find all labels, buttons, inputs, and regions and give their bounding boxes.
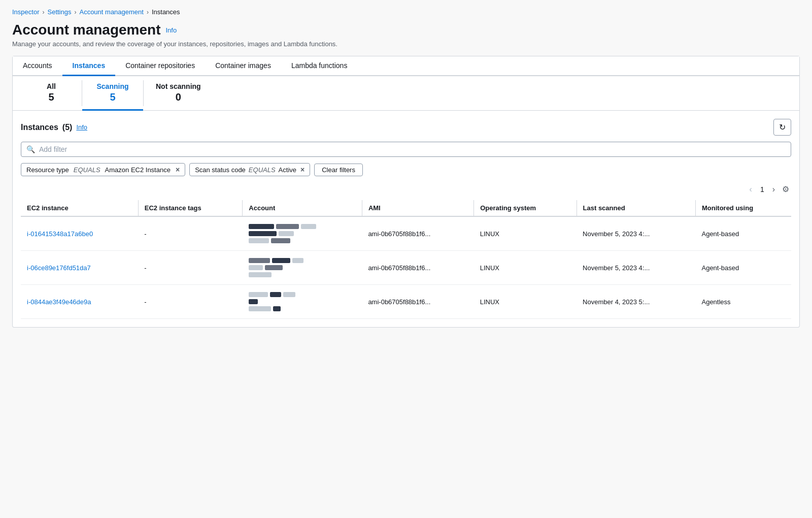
table-settings-button[interactable]: ⚙ <box>780 182 791 196</box>
refresh-icon: ↻ <box>779 122 786 132</box>
cell-monitored: Agentless <box>695 285 791 319</box>
page-title: Account management <box>12 22 161 38</box>
breadcrumb-account-management[interactable]: Account management <box>79 8 143 16</box>
col-account[interactable]: Account <box>243 200 362 216</box>
main-card: All 5 Scanning 5 Not scanning 0 Instance… <box>12 76 800 328</box>
breadcrumb: Inspector › Settings › Account managemen… <box>12 8 800 16</box>
cell-tags: - <box>138 285 243 319</box>
col-last-scanned[interactable]: Last scanned <box>577 200 695 216</box>
prev-page-button[interactable]: ‹ <box>748 183 754 196</box>
tab-accounts[interactable]: Accounts <box>13 56 62 76</box>
prev-page-icon: ‹ <box>750 185 752 193</box>
cell-ami: ami-0b6705f88b1f6... <box>362 216 473 251</box>
filter-tag-scan-status-key: Scan status code <box>195 166 246 174</box>
col-ami[interactable]: AMI <box>362 200 473 216</box>
top-tabs: Accounts Instances Container repositorie… <box>13 56 799 76</box>
settings-icon: ⚙ <box>782 185 789 193</box>
cell-tags: - <box>138 251 243 285</box>
search-icon: 🔍 <box>26 145 35 153</box>
cell-account <box>243 285 362 319</box>
active-filters: Resource type EQUALS Amazon EC2 Instance… <box>21 163 791 176</box>
instance-id-link[interactable]: i-016415348a17a6be0 <box>27 230 93 238</box>
breadcrumb-settings[interactable]: Settings <box>47 8 71 16</box>
tab-lambda-functions[interactable]: Lambda functions <box>281 56 358 76</box>
subtab-scanning[interactable]: Scanning 5 <box>82 76 143 111</box>
table-title-text: Instances <box>21 123 58 132</box>
table-row: i-0844ae3f49e46de9a - ami-0b6705f88b1f6.… <box>21 285 791 319</box>
subtab-not-scanning[interactable]: Not scanning 0 <box>144 76 213 111</box>
page-subtitle: Manage your accounts, and review the cov… <box>12 40 800 48</box>
instance-id-link[interactable]: i-0844ae3f49e46de9a <box>27 298 91 306</box>
table-title-count: (5) <box>62 123 73 132</box>
tab-container-images[interactable]: Container images <box>205 56 281 76</box>
breadcrumb-inspector[interactable]: Inspector <box>12 8 39 16</box>
search-input[interactable] <box>39 145 786 153</box>
cell-account <box>243 251 362 285</box>
cell-os: LINUX <box>474 285 577 319</box>
breadcrumb-current: Instances <box>152 8 180 16</box>
filter-tag-rt-val: Amazon EC2 Instance <box>105 166 171 174</box>
cell-monitored: Agent-based <box>695 216 791 251</box>
breadcrumb-sep-2: › <box>74 9 76 16</box>
page-wrapper: Inspector › Settings › Account managemen… <box>0 0 812 518</box>
table-row: i-06ce89e176fd51da7 - ami-0b6705f88b1f6.… <box>21 251 791 285</box>
filter-tag-rt-close[interactable]: × <box>176 166 180 174</box>
filter-tag-rt-key: Resource type <box>26 166 69 174</box>
cell-monitored: Agent-based <box>695 251 791 285</box>
cell-ami: ami-0b6705f88b1f6... <box>362 285 473 319</box>
filter-tag-resource-type: Resource type EQUALS Amazon EC2 Instance… <box>21 163 185 176</box>
filter-tag-scan-status-close[interactable]: × <box>300 166 304 174</box>
col-monitored-using[interactable]: Monitored using <box>695 200 791 216</box>
subtab-all[interactable]: All 5 <box>21 76 82 111</box>
next-page-icon: › <box>772 185 775 193</box>
col-os[interactable]: Operating system <box>474 200 577 216</box>
instances-table: EC2 instance EC2 instance tags Account A… <box>21 200 791 319</box>
page-header: Account management Info Manage your acco… <box>12 22 800 48</box>
instance-id-link[interactable]: i-06ce89e176fd51da7 <box>27 264 91 272</box>
breadcrumb-sep-3: › <box>147 9 149 16</box>
sub-tabs: All 5 Scanning 5 Not scanning 0 <box>13 76 799 111</box>
page-info-link[interactable]: Info <box>166 26 177 34</box>
table-row: i-016415348a17a6be0 - ami-0b6705f88b1f6.… <box>21 216 791 251</box>
cell-tags: - <box>138 216 243 251</box>
cell-instance-id: i-016415348a17a6be0 <box>21 216 138 251</box>
tab-instances[interactable]: Instances <box>62 56 116 76</box>
breadcrumb-sep-1: › <box>42 9 44 16</box>
refresh-button[interactable]: ↻ <box>773 119 791 136</box>
cell-ami: ami-0b6705f88b1f6... <box>362 251 473 285</box>
cell-last-scanned: November 5, 2023 4:... <box>577 251 695 285</box>
filter-tag-scan-status-val: Active <box>279 166 296 174</box>
clear-filters-button[interactable]: Clear filters <box>314 164 363 176</box>
table-header-row: Instances (5) Info ↻ <box>21 119 791 136</box>
cell-account <box>243 216 362 251</box>
cell-os: LINUX <box>474 216 577 251</box>
pagination-row: ‹ 1 › ⚙ <box>21 182 791 196</box>
filter-tag-scan-status: Scan status code EQUALS Active × <box>189 163 310 176</box>
filter-bar[interactable]: 🔍 <box>21 142 791 157</box>
filter-tag-scan-status-op: EQUALS <box>249 166 276 174</box>
cell-last-scanned: November 4, 2023 5:... <box>577 285 695 319</box>
filter-tag-rt-op: EQUALS <box>74 166 100 174</box>
tab-container-repositories[interactable]: Container repositories <box>115 56 205 76</box>
table-section: Instances (5) Info ↻ 🔍 Resource type EQU… <box>13 111 799 327</box>
table-title: Instances (5) Info <box>21 123 87 132</box>
cell-os: LINUX <box>474 251 577 285</box>
next-page-button[interactable]: › <box>770 183 777 196</box>
col-ec2-instance[interactable]: EC2 instance <box>21 200 138 216</box>
cell-last-scanned: November 5, 2023 4:... <box>577 216 695 251</box>
col-ec2-tags[interactable]: EC2 instance tags <box>138 200 243 216</box>
cell-instance-id: i-0844ae3f49e46de9a <box>21 285 138 319</box>
current-page-number: 1 <box>757 184 767 195</box>
table-info-link[interactable]: Info <box>76 123 87 131</box>
cell-instance-id: i-06ce89e176fd51da7 <box>21 251 138 285</box>
